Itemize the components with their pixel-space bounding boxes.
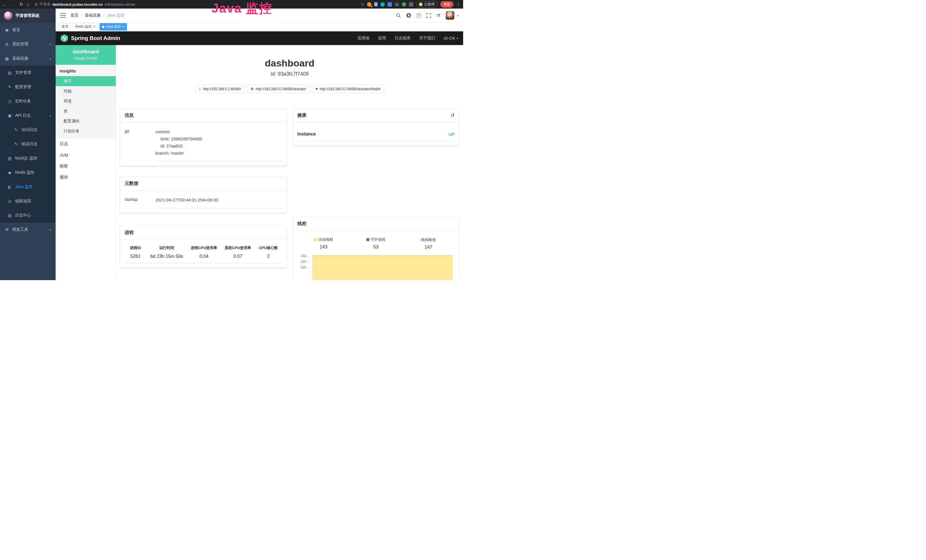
browser-menu-icon[interactable]: ⋮ (456, 2, 460, 6)
daemon-threads-swatch (366, 238, 369, 241)
sba-nav-applications[interactable]: 应用 (378, 36, 386, 41)
address-bar[interactable]: ⚠ 不安全 dashboard.yudao.iocoder.cn/infra/a… (35, 2, 357, 7)
extension-switch-icon[interactable]: on (395, 2, 399, 6)
metadata-value: 2021-04-27T00:44:31.254+08:00 (156, 196, 282, 203)
sidebar-item-label: 访问日志 (21, 127, 37, 132)
close-icon[interactable]: × (93, 25, 95, 29)
extension-leaf-icon[interactable] (402, 2, 406, 6)
sidebar-item-java-monitor[interactable]: ◧ Java 监控 (0, 180, 56, 194)
home-icon: ⌂ (199, 87, 201, 91)
app-title: 芋道管理系统 (15, 13, 39, 18)
not-secure-label: 不安全 (39, 2, 50, 7)
bookmark-star-icon[interactable]: ☆ (360, 2, 364, 6)
back-icon[interactable]: ← (3, 2, 7, 7)
tab-home[interactable]: 首页 (59, 23, 71, 30)
sidebar-item-scheduled-jobs[interactable]: ◷ 定时任务 (0, 94, 56, 108)
sidebar-item-label: MySQL 监控 (15, 156, 37, 161)
sidebar-item-label: API 日志 (15, 113, 30, 118)
sba-menu-metrics[interactable]: 性能 (56, 86, 116, 96)
sidebar-item-config-manage[interactable]: ✎ 配置管理 (0, 80, 56, 94)
extension-proxy-icon[interactable]: 1 (367, 2, 371, 6)
sba-brand[interactable]: Spring Boot Admin (61, 34, 120, 42)
browser-home-icon[interactable]: ⌂ (27, 2, 30, 7)
app-logo[interactable]: 芋道管理系统 (0, 9, 56, 23)
caret-down-icon[interactable]: ▾ (457, 14, 458, 17)
url-path: /infra/admin-server (104, 2, 135, 6)
extension-teal-icon[interactable] (380, 2, 385, 6)
sidebar-item-file-manage[interactable]: ▤ 文件管理 (0, 66, 56, 80)
sba-nav-about[interactable]: 关于我们 (419, 36, 435, 41)
sba-menu-details[interactable]: 细节 (56, 76, 116, 86)
chevron-down-icon: ▾ (456, 36, 458, 40)
extension-grid-icon[interactable] (387, 2, 392, 6)
sba-header: Spring Boot Admin 应用墙 应用 日志报表 关于我们 zh-CN… (56, 31, 463, 45)
service-url-button[interactable]: ⌂ http://192.168.0.2:48080/ (195, 85, 245, 93)
system-cpu: 0.07 (221, 252, 255, 263)
extension-pin-icon[interactable] (374, 2, 378, 6)
health-url-button[interactable]: ♥ http://192.168.0.2:48080/actuator/heal… (312, 85, 384, 93)
process-col-header: 系统CPU使用率 (221, 243, 255, 252)
sidebar-item-api-logs[interactable]: ▣ API 日志 ▴ (0, 108, 56, 123)
sidebar-item-tracing[interactable]: ◎ 链路追踪 (0, 194, 56, 208)
github-icon[interactable] (406, 13, 411, 18)
sidebar-item-mysql-monitor[interactable]: ▥ MySQL 监控 (0, 151, 56, 165)
sidebar-item-home[interactable]: ◉ 首页 (0, 23, 56, 37)
profile-paused-chip[interactable]: 已暂停 (416, 1, 437, 8)
sidebar-item-system[interactable]: ⚙ 系统管理 ▾ (0, 37, 56, 51)
sba-nav-journal[interactable]: 日志报表 (395, 36, 411, 41)
sba-language-select[interactable]: zh-CN ▾ (444, 36, 458, 41)
info-key: git (125, 128, 156, 162)
tab-redis-monitor[interactable]: Redis 监控 × (73, 23, 98, 30)
breadcrumb-infra[interactable]: 基础设施 (85, 13, 101, 18)
forward-icon[interactable]: → (11, 2, 15, 7)
spring-boot-admin-frame: Spring Boot Admin 应用墙 应用 日志报表 关于我们 zh-CN… (56, 31, 463, 280)
actuator-url-button[interactable]: ⚙ http://192.168.0.2:48080/actuator (247, 85, 310, 93)
sba-brand-title: Spring Boot Admin (71, 35, 120, 41)
tab-label: 首页 (62, 24, 68, 29)
process-col-header: 进程ID (125, 243, 146, 252)
reload-icon[interactable]: ↻ (20, 2, 23, 7)
sba-nav-wallboard[interactable]: 应用墙 (358, 36, 369, 41)
font-size-icon[interactable]: TT (436, 13, 440, 18)
sidebar-item-error-logs[interactable]: ✎ 错误日志 (0, 137, 56, 151)
tab-label: Java 监控 (106, 24, 121, 29)
tags-view-bar: 首页 Redis 监控 × Java 监控 × (56, 22, 463, 31)
sidebar-item-redis-monitor[interactable]: ◆ Redis 监控 (0, 165, 56, 180)
health-url: http://192.168.0.2:48080/actuator/health (320, 87, 380, 91)
extension-puzzle-icon[interactable] (409, 2, 413, 6)
sba-menu-scheduled-tasks[interactable]: 计划任务 (56, 126, 116, 136)
sidebar-collapse-icon[interactable] (60, 13, 66, 18)
fullscreen-icon[interactable] (426, 13, 431, 18)
search-icon[interactable] (396, 13, 401, 18)
edit-icon: ✎ (14, 127, 18, 132)
sba-menu-caches[interactable]: 缓存 (56, 172, 116, 183)
sidebar-item-dev-tools[interactable]: ⚒ 研发工具 ▾ (0, 222, 56, 237)
health-status-badge: UP (449, 132, 455, 137)
sba-menu-mappings[interactable]: 映射 (56, 160, 116, 172)
threads-chart: 140 120 100 (297, 254, 455, 280)
edit-icon: ✎ (8, 85, 12, 89)
sidebar-item-log-center[interactable]: ▤ 日志中心 (0, 208, 56, 222)
metadata-card: 元数据 startup 2021-04-27T00:44:31.254+08:0… (120, 177, 287, 213)
close-icon[interactable]: × (123, 25, 124, 29)
tab-java-monitor[interactable]: Java 监控 × (100, 23, 127, 30)
instance-id: 93a3fc7f7409 (58, 56, 113, 61)
cpu-cores: 2 (255, 252, 282, 263)
sidebar-item-label: 配置管理 (15, 85, 31, 89)
legend-label: 活动线程 (318, 237, 333, 242)
chrome-update-button[interactable]: 更新 (440, 1, 454, 8)
instance-id-line: Id: 93a3fc7f7409 (120, 71, 459, 77)
sba-menu-environment[interactable]: 环境 (56, 96, 116, 106)
user-avatar[interactable] (446, 11, 454, 20)
sidebar-item-infra[interactable]: ▦ 基础设施 ▴ (0, 51, 56, 66)
breadcrumb-home[interactable]: 首页 (70, 13, 79, 18)
sidebar-item-access-logs[interactable]: ✎ 访问日志 (0, 123, 56, 137)
sba-menu-classes[interactable]: 类 (56, 106, 116, 116)
sba-menu-config-props[interactable]: 配置属性 (56, 116, 116, 126)
sba-menu-logs[interactable]: 日志 (56, 138, 116, 150)
process-col-header: 进程CPU使用率 (187, 243, 221, 252)
y-tick: 140 (297, 254, 308, 257)
help-icon[interactable]: ? (416, 13, 421, 18)
sba-menu-jvm[interactable]: JVM (56, 150, 116, 160)
history-icon[interactable]: ↺ (451, 112, 455, 118)
